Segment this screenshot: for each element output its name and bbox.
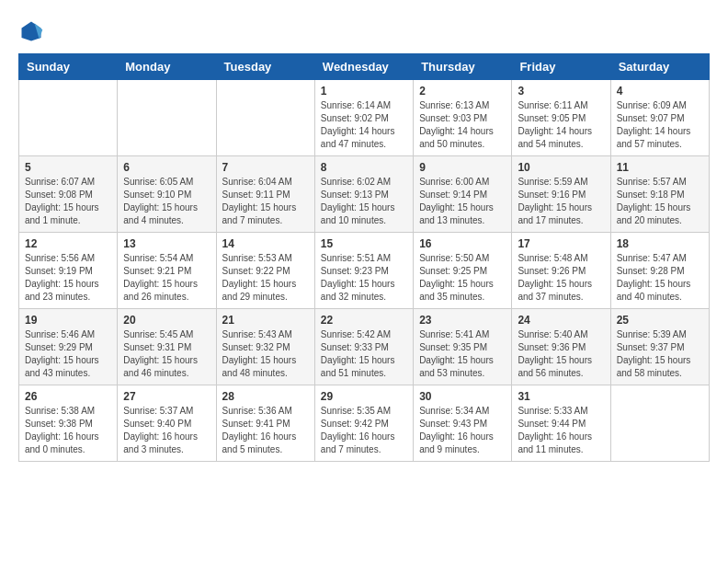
day-number: 29 (321, 390, 407, 403)
day-info: Sunrise: 5:51 AM Sunset: 9:23 PM Dayligh… (321, 252, 407, 304)
calendar-cell: 27Sunrise: 5:37 AM Sunset: 9:40 PM Dayli… (118, 385, 216, 462)
header-day-friday: Friday (512, 54, 610, 80)
day-info: Sunrise: 6:05 AM Sunset: 9:10 PM Dayligh… (123, 176, 210, 227)
day-info: Sunrise: 6:00 AM Sunset: 9:14 PM Dayligh… (419, 176, 506, 227)
header-day-tuesday: Tuesday (216, 54, 314, 80)
day-info: Sunrise: 5:53 AM Sunset: 9:22 PM Dayligh… (222, 252, 309, 304)
calendar-cell: 7Sunrise: 6:04 AM Sunset: 9:11 PM Daylig… (216, 156, 314, 233)
calendar-cell: 20Sunrise: 5:45 AM Sunset: 9:31 PM Dayli… (118, 309, 216, 385)
day-number: 14 (222, 237, 309, 250)
day-info: Sunrise: 5:34 AM Sunset: 9:43 PM Dayligh… (419, 405, 506, 456)
logo-icon (18, 18, 44, 44)
day-number: 31 (518, 390, 604, 403)
calendar-table: SundayMondayTuesdayWednesdayThursdayFrid… (18, 53, 710, 462)
day-number: 11 (617, 161, 703, 174)
day-number: 24 (518, 314, 604, 327)
day-info: Sunrise: 5:57 AM Sunset: 9:18 PM Dayligh… (617, 176, 703, 227)
day-info: Sunrise: 5:37 AM Sunset: 9:40 PM Dayligh… (123, 405, 210, 456)
day-info: Sunrise: 6:02 AM Sunset: 9:13 PM Dayligh… (321, 176, 407, 227)
calendar-cell: 25Sunrise: 5:39 AM Sunset: 9:37 PM Dayli… (610, 309, 709, 385)
calendar-cell (610, 385, 709, 462)
calendar-cell (19, 80, 118, 156)
day-info: Sunrise: 6:11 AM Sunset: 9:05 PM Dayligh… (518, 99, 604, 151)
calendar-cell: 12Sunrise: 5:56 AM Sunset: 9:19 PM Dayli… (19, 233, 118, 309)
header-day-monday: Monday (118, 54, 216, 80)
page-header (18, 18, 710, 44)
calendar-cell: 15Sunrise: 5:51 AM Sunset: 9:23 PM Dayli… (314, 233, 413, 309)
day-number: 22 (321, 314, 407, 327)
day-number: 2 (419, 85, 506, 98)
header-day-wednesday: Wednesday (314, 54, 413, 80)
day-info: Sunrise: 5:56 AM Sunset: 9:19 PM Dayligh… (25, 252, 111, 304)
calendar-cell: 29Sunrise: 5:35 AM Sunset: 9:42 PM Dayli… (314, 385, 413, 462)
calendar-cell: 2Sunrise: 6:13 AM Sunset: 9:03 PM Daylig… (414, 80, 512, 156)
day-number: 5 (25, 161, 111, 174)
header-day-saturday: Saturday (610, 54, 709, 80)
day-number: 21 (222, 314, 309, 327)
header-day-sunday: Sunday (19, 54, 118, 80)
calendar-cell: 14Sunrise: 5:53 AM Sunset: 9:22 PM Dayli… (216, 233, 314, 309)
day-info: Sunrise: 5:33 AM Sunset: 9:44 PM Dayligh… (518, 405, 604, 456)
day-info: Sunrise: 5:43 AM Sunset: 9:32 PM Dayligh… (222, 328, 309, 380)
calendar-cell: 17Sunrise: 5:48 AM Sunset: 9:26 PM Dayli… (512, 233, 610, 309)
day-number: 13 (123, 237, 210, 250)
calendar-cell: 8Sunrise: 6:02 AM Sunset: 9:13 PM Daylig… (314, 156, 413, 233)
day-info: Sunrise: 6:09 AM Sunset: 9:07 PM Dayligh… (617, 99, 703, 151)
calendar-cell: 16Sunrise: 5:50 AM Sunset: 9:25 PM Dayli… (414, 233, 512, 309)
week-row-4: 19Sunrise: 5:46 AM Sunset: 9:29 PM Dayli… (19, 309, 710, 385)
week-row-3: 12Sunrise: 5:56 AM Sunset: 9:19 PM Dayli… (19, 233, 710, 309)
day-info: Sunrise: 5:48 AM Sunset: 9:26 PM Dayligh… (518, 252, 604, 304)
day-info: Sunrise: 6:13 AM Sunset: 9:03 PM Dayligh… (419, 99, 506, 151)
calendar-cell: 13Sunrise: 5:54 AM Sunset: 9:21 PM Dayli… (118, 233, 216, 309)
day-info: Sunrise: 5:50 AM Sunset: 9:25 PM Dayligh… (419, 252, 506, 304)
day-number: 30 (419, 390, 506, 403)
calendar-cell: 22Sunrise: 5:42 AM Sunset: 9:33 PM Dayli… (314, 309, 413, 385)
week-row-2: 5Sunrise: 6:07 AM Sunset: 9:08 PM Daylig… (19, 156, 710, 233)
calendar-cell: 9Sunrise: 6:00 AM Sunset: 9:14 PM Daylig… (414, 156, 512, 233)
day-info: Sunrise: 6:04 AM Sunset: 9:11 PM Dayligh… (222, 176, 309, 227)
calendar-cell: 10Sunrise: 5:59 AM Sunset: 9:16 PM Dayli… (512, 156, 610, 233)
day-number: 3 (518, 85, 604, 98)
day-info: Sunrise: 5:39 AM Sunset: 9:37 PM Dayligh… (617, 328, 703, 380)
day-info: Sunrise: 5:38 AM Sunset: 9:38 PM Dayligh… (25, 405, 111, 456)
calendar-cell: 24Sunrise: 5:40 AM Sunset: 9:36 PM Dayli… (512, 309, 610, 385)
day-info: Sunrise: 5:41 AM Sunset: 9:35 PM Dayligh… (419, 328, 506, 380)
day-info: Sunrise: 5:35 AM Sunset: 9:42 PM Dayligh… (321, 405, 407, 456)
week-row-1: 1Sunrise: 6:14 AM Sunset: 9:02 PM Daylig… (19, 80, 710, 156)
calendar-cell: 28Sunrise: 5:36 AM Sunset: 9:41 PM Dayli… (216, 385, 314, 462)
calendar-cell: 18Sunrise: 5:47 AM Sunset: 9:28 PM Dayli… (610, 233, 709, 309)
calendar-cell (118, 80, 216, 156)
day-number: 1 (321, 85, 407, 98)
calendar-cell: 26Sunrise: 5:38 AM Sunset: 9:38 PM Dayli… (19, 385, 118, 462)
calendar-cell: 6Sunrise: 6:05 AM Sunset: 9:10 PM Daylig… (118, 156, 216, 233)
day-number: 6 (123, 161, 210, 174)
day-number: 18 (617, 237, 703, 250)
day-info: Sunrise: 5:40 AM Sunset: 9:36 PM Dayligh… (518, 328, 604, 380)
calendar-cell: 11Sunrise: 5:57 AM Sunset: 9:18 PM Dayli… (610, 156, 709, 233)
day-info: Sunrise: 5:46 AM Sunset: 9:29 PM Dayligh… (25, 328, 111, 380)
day-number: 16 (419, 237, 506, 250)
calendar-cell: 4Sunrise: 6:09 AM Sunset: 9:07 PM Daylig… (610, 80, 709, 156)
day-number: 26 (25, 390, 111, 403)
day-number: 9 (419, 161, 506, 174)
day-info: Sunrise: 5:59 AM Sunset: 9:16 PM Dayligh… (518, 176, 604, 227)
calendar-cell: 23Sunrise: 5:41 AM Sunset: 9:35 PM Dayli… (414, 309, 512, 385)
calendar-cell: 1Sunrise: 6:14 AM Sunset: 9:02 PM Daylig… (314, 80, 413, 156)
week-row-5: 26Sunrise: 5:38 AM Sunset: 9:38 PM Dayli… (19, 385, 710, 462)
calendar-header-row: SundayMondayTuesdayWednesdayThursdayFrid… (19, 54, 710, 80)
calendar-cell: 30Sunrise: 5:34 AM Sunset: 9:43 PM Dayli… (414, 385, 512, 462)
day-number: 8 (321, 161, 407, 174)
day-info: Sunrise: 6:07 AM Sunset: 9:08 PM Dayligh… (25, 176, 111, 227)
day-number: 15 (321, 237, 407, 250)
day-number: 19 (25, 314, 111, 327)
calendar-cell: 21Sunrise: 5:43 AM Sunset: 9:32 PM Dayli… (216, 309, 314, 385)
calendar-cell (216, 80, 314, 156)
calendar-cell: 31Sunrise: 5:33 AM Sunset: 9:44 PM Dayli… (512, 385, 610, 462)
day-number: 23 (419, 314, 506, 327)
day-number: 20 (123, 314, 210, 327)
calendar-cell: 19Sunrise: 5:46 AM Sunset: 9:29 PM Dayli… (19, 309, 118, 385)
day-info: Sunrise: 5:47 AM Sunset: 9:28 PM Dayligh… (617, 252, 703, 304)
day-number: 7 (222, 161, 309, 174)
calendar-cell: 5Sunrise: 6:07 AM Sunset: 9:08 PM Daylig… (19, 156, 118, 233)
day-number: 4 (617, 85, 703, 98)
